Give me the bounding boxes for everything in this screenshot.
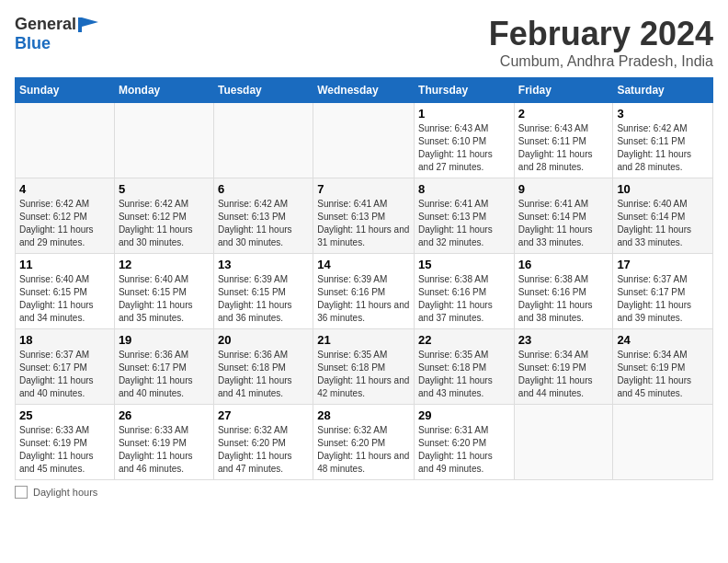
day-info: Sunrise: 6:40 AM Sunset: 6:14 PM Dayligh… bbox=[617, 198, 709, 249]
day-number: 13 bbox=[218, 258, 309, 271]
calendar-cell: 12Sunrise: 6:40 AM Sunset: 6:15 PM Dayli… bbox=[114, 254, 213, 329]
calendar-cell: 18Sunrise: 6:37 AM Sunset: 6:17 PM Dayli… bbox=[16, 329, 115, 405]
calendar-cell: 21Sunrise: 6:35 AM Sunset: 6:18 PM Dayli… bbox=[313, 329, 415, 405]
day-info: Sunrise: 6:32 AM Sunset: 6:20 PM Dayligh… bbox=[317, 424, 410, 476]
day-number: 2 bbox=[518, 107, 609, 121]
logo-blue-text: Blue bbox=[15, 34, 51, 53]
day-number: 29 bbox=[418, 408, 510, 422]
calendar-week-row: 11Sunrise: 6:40 AM Sunset: 6:15 PM Dayli… bbox=[16, 254, 713, 329]
day-info: Sunrise: 6:42 AM Sunset: 6:11 PM Dayligh… bbox=[617, 122, 709, 174]
day-info: Sunrise: 6:32 AM Sunset: 6:20 PM Dayligh… bbox=[218, 424, 309, 476]
svg-rect-1 bbox=[78, 17, 82, 32]
svg-marker-0 bbox=[82, 17, 98, 27]
day-info: Sunrise: 6:34 AM Sunset: 6:19 PM Dayligh… bbox=[518, 349, 609, 400]
day-number: 6 bbox=[218, 182, 309, 196]
day-number: 23 bbox=[518, 333, 609, 347]
calendar-cell: 19Sunrise: 6:36 AM Sunset: 6:17 PM Dayli… bbox=[114, 329, 213, 405]
weekday-header: Saturday bbox=[613, 78, 713, 103]
logo-flag-icon bbox=[78, 17, 98, 32]
calendar-cell: 5Sunrise: 6:42 AM Sunset: 6:12 PM Daylig… bbox=[114, 178, 213, 254]
day-number: 21 bbox=[317, 333, 410, 347]
day-info: Sunrise: 6:42 AM Sunset: 6:12 PM Dayligh… bbox=[19, 198, 110, 249]
calendar-cell: 8Sunrise: 6:41 AM Sunset: 6:13 PM Daylig… bbox=[415, 178, 515, 254]
day-info: Sunrise: 6:36 AM Sunset: 6:18 PM Dayligh… bbox=[218, 349, 309, 400]
day-number: 3 bbox=[617, 107, 709, 121]
calendar-cell bbox=[16, 103, 115, 178]
day-number: 28 bbox=[317, 408, 410, 422]
calendar-cell: 11Sunrise: 6:40 AM Sunset: 6:15 PM Dayli… bbox=[16, 254, 115, 329]
logo-general-text: General bbox=[15, 15, 76, 34]
day-info: Sunrise: 6:41 AM Sunset: 6:14 PM Dayligh… bbox=[518, 198, 609, 249]
day-info: Sunrise: 6:42 AM Sunset: 6:12 PM Dayligh… bbox=[119, 198, 210, 249]
day-info: Sunrise: 6:43 AM Sunset: 6:11 PM Dayligh… bbox=[518, 122, 609, 174]
day-number: 1 bbox=[418, 107, 510, 121]
calendar-cell: 14Sunrise: 6:39 AM Sunset: 6:16 PM Dayli… bbox=[313, 254, 415, 329]
day-number: 11 bbox=[19, 258, 110, 271]
day-number: 7 bbox=[317, 182, 410, 196]
day-number: 20 bbox=[218, 333, 309, 347]
calendar-cell: 15Sunrise: 6:38 AM Sunset: 6:16 PM Dayli… bbox=[415, 254, 515, 329]
day-info: Sunrise: 6:33 AM Sunset: 6:19 PM Dayligh… bbox=[119, 424, 210, 476]
day-number: 22 bbox=[418, 333, 510, 347]
weekday-header: Wednesday bbox=[313, 78, 415, 103]
calendar-table: SundayMondayTuesdayWednesdayThursdayFrid… bbox=[15, 77, 713, 480]
calendar-cell bbox=[313, 103, 415, 178]
day-number: 17 bbox=[617, 258, 709, 271]
calendar-cell bbox=[613, 405, 713, 480]
day-info: Sunrise: 6:35 AM Sunset: 6:18 PM Dayligh… bbox=[418, 349, 510, 400]
day-number: 5 bbox=[119, 182, 210, 196]
day-number: 10 bbox=[617, 182, 709, 196]
calendar-week-row: 4Sunrise: 6:42 AM Sunset: 6:12 PM Daylig… bbox=[16, 178, 713, 254]
calendar-cell: 25Sunrise: 6:33 AM Sunset: 6:19 PM Dayli… bbox=[16, 405, 115, 480]
calendar-cell: 1Sunrise: 6:43 AM Sunset: 6:10 PM Daylig… bbox=[415, 103, 515, 178]
calendar-cell: 22Sunrise: 6:35 AM Sunset: 6:18 PM Dayli… bbox=[415, 329, 515, 405]
calendar-cell: 17Sunrise: 6:37 AM Sunset: 6:17 PM Dayli… bbox=[613, 254, 713, 329]
calendar-cell: 26Sunrise: 6:33 AM Sunset: 6:19 PM Dayli… bbox=[114, 405, 213, 480]
weekday-header: Sunday bbox=[16, 78, 115, 103]
calendar-cell: 4Sunrise: 6:42 AM Sunset: 6:12 PM Daylig… bbox=[16, 178, 115, 254]
day-info: Sunrise: 6:40 AM Sunset: 6:15 PM Dayligh… bbox=[119, 273, 210, 325]
day-number: 4 bbox=[19, 182, 110, 196]
footer: Daylight hours bbox=[15, 486, 713, 499]
day-info: Sunrise: 6:36 AM Sunset: 6:17 PM Dayligh… bbox=[119, 349, 210, 400]
title-area: February 2024 Cumbum, Andhra Pradesh, In… bbox=[489, 15, 713, 70]
day-info: Sunrise: 6:43 AM Sunset: 6:10 PM Dayligh… bbox=[418, 122, 510, 174]
weekday-header: Tuesday bbox=[213, 78, 313, 103]
day-number: 25 bbox=[19, 408, 110, 422]
day-info: Sunrise: 6:41 AM Sunset: 6:13 PM Dayligh… bbox=[317, 198, 410, 249]
day-info: Sunrise: 6:34 AM Sunset: 6:19 PM Dayligh… bbox=[617, 349, 709, 400]
calendar-week-row: 18Sunrise: 6:37 AM Sunset: 6:17 PM Dayli… bbox=[16, 329, 713, 405]
day-number: 18 bbox=[19, 333, 110, 347]
calendar-cell: 28Sunrise: 6:32 AM Sunset: 6:20 PM Dayli… bbox=[313, 405, 415, 480]
calendar-cell: 29Sunrise: 6:31 AM Sunset: 6:20 PM Dayli… bbox=[415, 405, 515, 480]
calendar-cell: 10Sunrise: 6:40 AM Sunset: 6:14 PM Dayli… bbox=[613, 178, 713, 254]
calendar-cell: 6Sunrise: 6:42 AM Sunset: 6:13 PM Daylig… bbox=[213, 178, 313, 254]
calendar-cell: 2Sunrise: 6:43 AM Sunset: 6:11 PM Daylig… bbox=[514, 103, 613, 178]
day-number: 16 bbox=[518, 258, 609, 271]
logo: General Blue bbox=[15, 15, 100, 53]
calendar-cell: 13Sunrise: 6:39 AM Sunset: 6:15 PM Dayli… bbox=[213, 254, 313, 329]
day-info: Sunrise: 6:41 AM Sunset: 6:13 PM Dayligh… bbox=[418, 198, 510, 249]
day-number: 14 bbox=[317, 258, 410, 271]
calendar-cell bbox=[114, 103, 213, 178]
calendar-week-row: 1Sunrise: 6:43 AM Sunset: 6:10 PM Daylig… bbox=[16, 103, 713, 178]
day-number: 9 bbox=[518, 182, 609, 196]
calendar-cell: 16Sunrise: 6:38 AM Sunset: 6:16 PM Dayli… bbox=[514, 254, 613, 329]
calendar-cell: 7Sunrise: 6:41 AM Sunset: 6:13 PM Daylig… bbox=[313, 178, 415, 254]
calendar-cell: 9Sunrise: 6:41 AM Sunset: 6:14 PM Daylig… bbox=[514, 178, 613, 254]
day-number: 26 bbox=[119, 408, 210, 422]
day-info: Sunrise: 6:39 AM Sunset: 6:15 PM Dayligh… bbox=[218, 273, 309, 325]
day-info: Sunrise: 6:38 AM Sunset: 6:16 PM Dayligh… bbox=[518, 273, 609, 325]
day-number: 27 bbox=[218, 408, 309, 422]
calendar-cell: 23Sunrise: 6:34 AM Sunset: 6:19 PM Dayli… bbox=[514, 329, 613, 405]
calendar-cell: 3Sunrise: 6:42 AM Sunset: 6:11 PM Daylig… bbox=[613, 103, 713, 178]
day-info: Sunrise: 6:42 AM Sunset: 6:13 PM Dayligh… bbox=[218, 198, 309, 249]
month-title: February 2024 bbox=[489, 15, 713, 53]
day-number: 12 bbox=[119, 258, 210, 271]
day-info: Sunrise: 6:31 AM Sunset: 6:20 PM Dayligh… bbox=[418, 424, 510, 476]
weekday-header: Monday bbox=[114, 78, 213, 103]
day-number: 15 bbox=[418, 258, 510, 271]
calendar-cell: 27Sunrise: 6:32 AM Sunset: 6:20 PM Dayli… bbox=[213, 405, 313, 480]
day-info: Sunrise: 6:38 AM Sunset: 6:16 PM Dayligh… bbox=[418, 273, 510, 325]
weekday-header: Friday bbox=[514, 78, 613, 103]
